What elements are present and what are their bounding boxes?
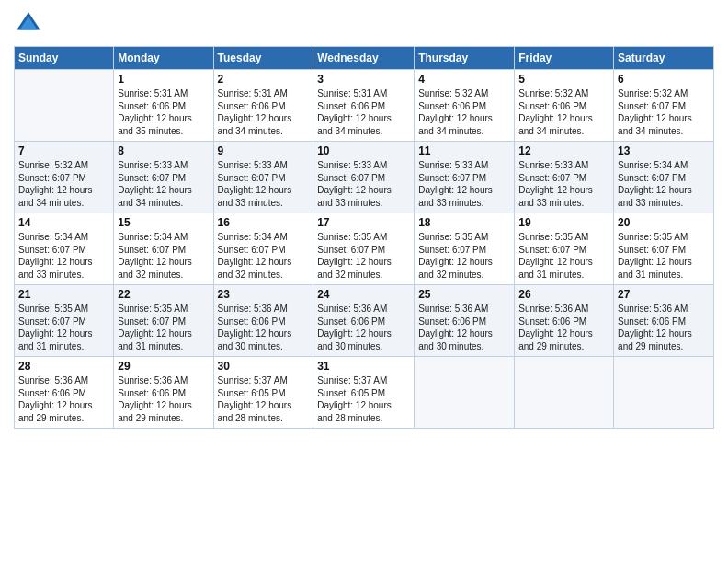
- calendar-cell: 27Sunrise: 5:36 AM Sunset: 6:06 PM Dayli…: [614, 285, 714, 357]
- calendar-cell: [614, 357, 714, 429]
- day-number: 31: [317, 360, 410, 373]
- calendar-cell: 8Sunrise: 5:33 AM Sunset: 6:07 PM Daylig…: [114, 142, 213, 213]
- day-info: Sunrise: 5:31 AM Sunset: 6:06 PM Dayligh…: [118, 87, 209, 137]
- day-number: 30: [218, 360, 310, 373]
- day-number: 8: [118, 144, 209, 157]
- calendar-cell: 24Sunrise: 5:36 AM Sunset: 6:06 PM Dayli…: [313, 285, 415, 357]
- calendar-header-monday: Monday: [114, 47, 213, 70]
- day-info: Sunrise: 5:31 AM Sunset: 6:06 PM Dayligh…: [317, 87, 410, 137]
- calendar-header-sunday: Sunday: [15, 47, 114, 70]
- day-number: 26: [518, 288, 609, 301]
- calendar-cell: [15, 70, 114, 142]
- day-number: 6: [618, 73, 710, 86]
- day-info: Sunrise: 5:32 AM Sunset: 6:07 PM Dayligh…: [618, 87, 710, 137]
- calendar-cell: 20Sunrise: 5:35 AM Sunset: 6:07 PM Dayli…: [614, 213, 714, 285]
- day-number: 25: [418, 288, 510, 301]
- day-info: Sunrise: 5:37 AM Sunset: 6:05 PM Dayligh…: [317, 374, 410, 424]
- day-number: 17: [317, 216, 410, 229]
- day-info: Sunrise: 5:33 AM Sunset: 6:07 PM Dayligh…: [118, 159, 209, 209]
- calendar-cell: 15Sunrise: 5:34 AM Sunset: 6:07 PM Dayli…: [114, 213, 213, 285]
- day-number: 24: [317, 288, 410, 301]
- header: [14, 9, 714, 39]
- day-info: Sunrise: 5:32 AM Sunset: 6:06 PM Dayligh…: [418, 87, 510, 137]
- calendar-header-friday: Friday: [515, 47, 614, 70]
- calendar-cell: [415, 357, 515, 429]
- day-info: Sunrise: 5:36 AM Sunset: 6:06 PM Dayligh…: [118, 374, 209, 424]
- day-number: 13: [618, 144, 710, 157]
- calendar-cell: 4Sunrise: 5:32 AM Sunset: 6:06 PM Daylig…: [415, 70, 515, 142]
- day-number: 19: [518, 216, 609, 229]
- day-number: 3: [317, 73, 410, 86]
- calendar-header-tuesday: Tuesday: [213, 47, 313, 70]
- day-info: Sunrise: 5:33 AM Sunset: 6:07 PM Dayligh…: [218, 159, 310, 209]
- calendar-cell: 22Sunrise: 5:35 AM Sunset: 6:07 PM Dayli…: [114, 285, 213, 357]
- calendar-week-5: 28Sunrise: 5:36 AM Sunset: 6:06 PM Dayli…: [15, 357, 714, 429]
- day-info: Sunrise: 5:33 AM Sunset: 6:07 PM Dayligh…: [418, 159, 510, 209]
- day-info: Sunrise: 5:33 AM Sunset: 6:07 PM Dayligh…: [317, 159, 410, 209]
- calendar-cell: 11Sunrise: 5:33 AM Sunset: 6:07 PM Dayli…: [415, 142, 515, 213]
- day-info: Sunrise: 5:36 AM Sunset: 6:06 PM Dayligh…: [18, 374, 109, 424]
- calendar-cell: 18Sunrise: 5:35 AM Sunset: 6:07 PM Dayli…: [415, 213, 515, 285]
- calendar-cell: 12Sunrise: 5:33 AM Sunset: 6:07 PM Dayli…: [515, 142, 614, 213]
- day-number: 14: [18, 216, 109, 229]
- day-number: 11: [418, 144, 510, 157]
- day-info: Sunrise: 5:35 AM Sunset: 6:07 PM Dayligh…: [418, 231, 510, 281]
- day-info: Sunrise: 5:33 AM Sunset: 6:07 PM Dayligh…: [518, 159, 609, 209]
- day-info: Sunrise: 5:31 AM Sunset: 6:06 PM Dayligh…: [218, 87, 310, 137]
- day-info: Sunrise: 5:35 AM Sunset: 6:07 PM Dayligh…: [518, 231, 609, 281]
- day-info: Sunrise: 5:36 AM Sunset: 6:06 PM Dayligh…: [317, 303, 410, 352]
- day-info: Sunrise: 5:36 AM Sunset: 6:06 PM Dayligh…: [218, 303, 310, 352]
- day-number: 2: [218, 73, 310, 86]
- day-number: 18: [418, 216, 510, 229]
- day-number: 21: [18, 288, 109, 301]
- calendar-cell: 14Sunrise: 5:34 AM Sunset: 6:07 PM Dayli…: [15, 213, 114, 285]
- calendar-cell: 23Sunrise: 5:36 AM Sunset: 6:06 PM Dayli…: [213, 285, 313, 357]
- day-number: 16: [218, 216, 310, 229]
- calendar-cell: 16Sunrise: 5:34 AM Sunset: 6:07 PM Dayli…: [213, 213, 313, 285]
- calendar-cell: 3Sunrise: 5:31 AM Sunset: 6:06 PM Daylig…: [313, 70, 415, 142]
- day-info: Sunrise: 5:34 AM Sunset: 6:07 PM Dayligh…: [618, 159, 710, 209]
- day-number: 7: [18, 144, 109, 157]
- calendar-cell: 5Sunrise: 5:32 AM Sunset: 6:06 PM Daylig…: [515, 70, 614, 142]
- calendar-cell: 31Sunrise: 5:37 AM Sunset: 6:05 PM Dayli…: [313, 357, 415, 429]
- calendar-week-3: 14Sunrise: 5:34 AM Sunset: 6:07 PM Dayli…: [15, 213, 714, 285]
- day-info: Sunrise: 5:32 AM Sunset: 6:07 PM Dayligh…: [18, 159, 109, 209]
- day-info: Sunrise: 5:35 AM Sunset: 6:07 PM Dayligh…: [118, 303, 209, 352]
- calendar-cell: 13Sunrise: 5:34 AM Sunset: 6:07 PM Dayli…: [614, 142, 714, 213]
- logo: [14, 9, 49, 39]
- day-info: Sunrise: 5:36 AM Sunset: 6:06 PM Dayligh…: [618, 303, 710, 352]
- calendar-header-thursday: Thursday: [415, 47, 515, 70]
- calendar-table: SundayMondayTuesdayWednesdayThursdayFrid…: [14, 46, 714, 429]
- day-number: 27: [618, 288, 710, 301]
- calendar-header-saturday: Saturday: [614, 47, 714, 70]
- day-info: Sunrise: 5:34 AM Sunset: 6:07 PM Dayligh…: [118, 231, 209, 281]
- calendar-cell: 1Sunrise: 5:31 AM Sunset: 6:06 PM Daylig…: [114, 70, 213, 142]
- calendar-cell: 9Sunrise: 5:33 AM Sunset: 6:07 PM Daylig…: [213, 142, 313, 213]
- calendar-cell: [515, 357, 614, 429]
- day-number: 28: [18, 360, 109, 373]
- calendar-cell: 21Sunrise: 5:35 AM Sunset: 6:07 PM Dayli…: [15, 285, 114, 357]
- day-number: 20: [618, 216, 710, 229]
- day-info: Sunrise: 5:32 AM Sunset: 6:06 PM Dayligh…: [518, 87, 609, 137]
- day-number: 22: [118, 288, 209, 301]
- calendar-cell: 19Sunrise: 5:35 AM Sunset: 6:07 PM Dayli…: [515, 213, 614, 285]
- day-number: 9: [218, 144, 310, 157]
- day-info: Sunrise: 5:37 AM Sunset: 6:05 PM Dayligh…: [218, 374, 310, 424]
- calendar-cell: 17Sunrise: 5:35 AM Sunset: 6:07 PM Dayli…: [313, 213, 415, 285]
- day-number: 10: [317, 144, 410, 157]
- calendar-cell: 30Sunrise: 5:37 AM Sunset: 6:05 PM Dayli…: [213, 357, 313, 429]
- day-number: 5: [518, 73, 609, 86]
- calendar-cell: 6Sunrise: 5:32 AM Sunset: 6:07 PM Daylig…: [614, 70, 714, 142]
- day-info: Sunrise: 5:35 AM Sunset: 6:07 PM Dayligh…: [317, 231, 410, 281]
- calendar-cell: 26Sunrise: 5:36 AM Sunset: 6:06 PM Dayli…: [515, 285, 614, 357]
- calendar-cell: 25Sunrise: 5:36 AM Sunset: 6:06 PM Dayli…: [415, 285, 515, 357]
- calendar-cell: 29Sunrise: 5:36 AM Sunset: 6:06 PM Dayli…: [114, 357, 213, 429]
- day-info: Sunrise: 5:34 AM Sunset: 6:07 PM Dayligh…: [218, 231, 310, 281]
- page: SundayMondayTuesdayWednesdayThursdayFrid…: [0, 0, 728, 438]
- day-number: 29: [118, 360, 209, 373]
- calendar-cell: 28Sunrise: 5:36 AM Sunset: 6:06 PM Dayli…: [15, 357, 114, 429]
- day-info: Sunrise: 5:35 AM Sunset: 6:07 PM Dayligh…: [618, 231, 710, 281]
- logo-icon: [14, 9, 43, 39]
- day-number: 23: [218, 288, 310, 301]
- day-number: 12: [518, 144, 609, 157]
